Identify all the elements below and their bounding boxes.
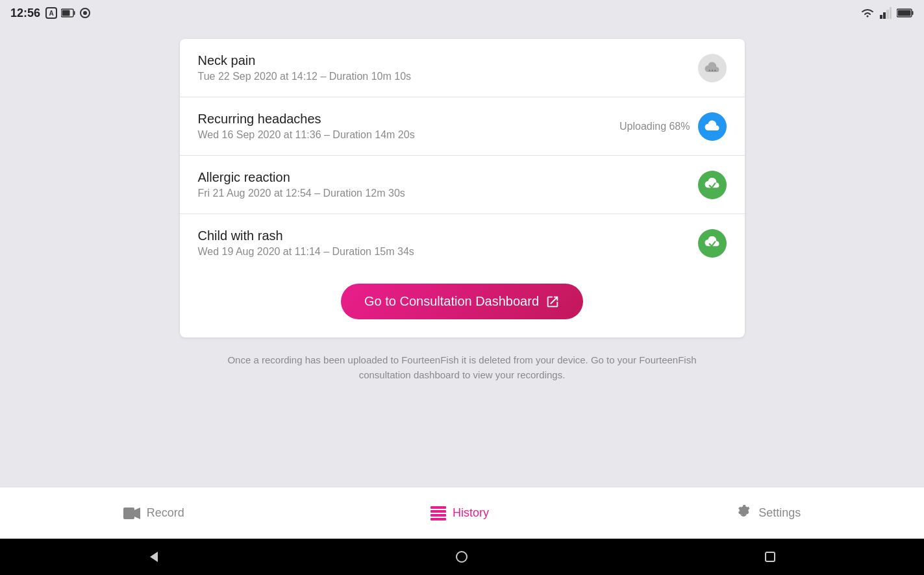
wifi-icon bbox=[860, 7, 875, 19]
cloud-upload-icon bbox=[698, 112, 727, 141]
gear-icon bbox=[735, 505, 752, 522]
svg-point-14 bbox=[708, 69, 710, 71]
record-title: Allergic reaction bbox=[198, 170, 405, 185]
record-title: Neck pain bbox=[198, 53, 412, 68]
external-link-icon bbox=[545, 295, 560, 309]
svg-rect-8 bbox=[883, 12, 886, 19]
status-time: 12:56 bbox=[10, 6, 40, 20]
android-home-btn[interactable] bbox=[445, 547, 478, 567]
svg-rect-25 bbox=[766, 552, 775, 561]
record-text: Neck pain Tue 22 Sep 2020 at 14:12 – Dur… bbox=[198, 53, 412, 82]
bottom-nav: Record History Settings bbox=[0, 487, 924, 539]
svg-rect-17 bbox=[123, 508, 134, 519]
dashboard-btn-label: Go to Consultation Dashboard bbox=[364, 294, 539, 309]
record-text: Child with rash Wed 19 Aug 2020 at 11:14… bbox=[198, 228, 414, 258]
status-icons: A bbox=[45, 7, 91, 19]
svg-rect-20 bbox=[431, 510, 446, 513]
status-bar-left: 12:56 A bbox=[10, 6, 91, 20]
upload-status: Uploading 68% bbox=[619, 121, 690, 132]
nav-settings[interactable]: Settings bbox=[716, 498, 820, 528]
battery-full-icon bbox=[897, 8, 914, 18]
record-action bbox=[698, 229, 727, 258]
record-meta: Wed 19 Aug 2020 at 11:14 – Duration 15m … bbox=[198, 246, 414, 258]
nav-record-label: Record bbox=[147, 506, 184, 520]
svg-rect-9 bbox=[886, 10, 889, 19]
svg-text:A: A bbox=[49, 10, 53, 17]
consultation-dashboard-button[interactable]: Go to Consultation Dashboard bbox=[341, 284, 583, 319]
svg-point-6 bbox=[83, 11, 87, 15]
svg-point-16 bbox=[714, 69, 716, 71]
svg-rect-12 bbox=[912, 11, 914, 15]
status-bar-right bbox=[860, 7, 914, 19]
signal-icon bbox=[880, 7, 892, 19]
battery-icon bbox=[61, 8, 75, 18]
record-item[interactable]: Neck pain Tue 22 Sep 2020 at 14:12 – Dur… bbox=[180, 39, 745, 97]
svg-rect-22 bbox=[431, 518, 446, 520]
record-item[interactable]: Recurring headaches Wed 16 Sep 2020 at 1… bbox=[180, 97, 745, 156]
record-title: Recurring headaches bbox=[198, 112, 415, 127]
svg-rect-10 bbox=[890, 7, 892, 19]
history-icon bbox=[431, 506, 446, 520]
record-action bbox=[698, 171, 727, 199]
record-meta: Wed 16 Sep 2020 at 11:36 – Duration 14m … bbox=[198, 129, 415, 141]
svg-rect-13 bbox=[898, 10, 911, 16]
main-content: Neck pain Tue 22 Sep 2020 at 14:12 – Dur… bbox=[0, 26, 924, 487]
record-text: Recurring headaches Wed 16 Sep 2020 at 1… bbox=[198, 112, 415, 141]
record-action: Uploading 68% bbox=[619, 112, 727, 141]
svg-point-24 bbox=[456, 552, 467, 562]
record-text: Allergic reaction Fri 21 Aug 2020 at 12:… bbox=[198, 170, 405, 199]
status-bar: 12:56 A bbox=[0, 0, 924, 26]
circle-icon bbox=[79, 7, 91, 19]
records-card: Neck pain Tue 22 Sep 2020 at 14:12 – Dur… bbox=[180, 39, 745, 337]
android-back-btn[interactable] bbox=[138, 547, 170, 567]
a-icon: A bbox=[45, 7, 57, 19]
svg-rect-19 bbox=[431, 506, 446, 509]
android-recents-btn[interactable] bbox=[754, 547, 786, 567]
dashboard-btn-wrapper: Go to Consultation Dashboard bbox=[180, 272, 745, 337]
record-item[interactable]: Child with rash Wed 19 Aug 2020 at 11:14… bbox=[180, 214, 745, 272]
record-item[interactable]: Allergic reaction Fri 21 Aug 2020 at 12:… bbox=[180, 156, 745, 214]
svg-rect-21 bbox=[431, 514, 446, 517]
svg-point-15 bbox=[711, 69, 712, 71]
record-meta: Tue 22 Sep 2020 at 14:12 – Duration 10m … bbox=[198, 71, 412, 82]
nav-settings-label: Settings bbox=[758, 506, 801, 520]
video-icon bbox=[123, 506, 140, 520]
record-action bbox=[698, 54, 727, 82]
svg-marker-18 bbox=[134, 508, 140, 519]
android-nav bbox=[0, 539, 924, 575]
cloud-done-icon bbox=[698, 171, 727, 199]
info-text: Once a recording has been uploaded to Fo… bbox=[180, 337, 745, 398]
nav-record[interactable]: Record bbox=[104, 500, 204, 527]
record-title: Child with rash bbox=[198, 228, 414, 243]
nav-history-label: History bbox=[453, 506, 489, 520]
record-meta: Fri 21 Aug 2020 at 12:54 – Duration 12m … bbox=[198, 188, 405, 199]
cloud-done-icon bbox=[698, 229, 727, 258]
nav-history[interactable]: History bbox=[411, 500, 508, 527]
svg-marker-23 bbox=[150, 552, 158, 562]
cloud-pending-icon bbox=[698, 54, 727, 82]
svg-rect-3 bbox=[74, 11, 75, 15]
svg-rect-7 bbox=[880, 15, 882, 19]
svg-rect-4 bbox=[62, 10, 70, 16]
records-list: Neck pain Tue 22 Sep 2020 at 14:12 – Dur… bbox=[180, 39, 745, 272]
